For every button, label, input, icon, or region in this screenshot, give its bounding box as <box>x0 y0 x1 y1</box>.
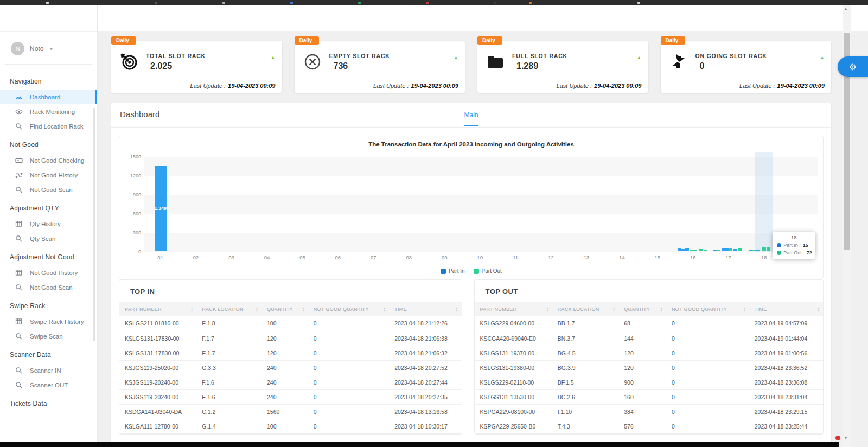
table-cell: 120 <box>261 346 308 360</box>
table-row[interactable]: KSLGS131-17830-00E.1.712002023-04-18 21:… <box>119 346 462 360</box>
tooltip-row: Part Out :72 <box>777 250 810 256</box>
table-cell: 2023-04-19 01:44:04 <box>749 331 823 346</box>
bar-part-out[interactable] <box>752 250 756 251</box>
sidebar-item-rack-monitoring[interactable]: Rack Monitoring <box>0 104 97 119</box>
legend-item[interactable]: Part In <box>441 268 464 274</box>
sidebar-item-scanner-in[interactable]: Scanner IN <box>0 363 97 378</box>
table-row[interactable]: KSPGA229-08100-00I.1.1038402023-04-18 23… <box>475 404 823 419</box>
sidebar-item-not-good-checking[interactable]: Not Good Checking <box>0 153 97 168</box>
table-row[interactable]: KSCGA420-69040-E0BN.3.714402023-04-19 01… <box>475 331 823 346</box>
table-row[interactable]: KSLGS229-02110-00BF.1.590002023-04-18 23… <box>475 375 823 389</box>
tab-main[interactable]: Main <box>464 111 478 126</box>
table-row[interactable]: KSLGA111-12780-00G.1.410002023-04-18 10:… <box>119 419 462 433</box>
column-label: RACK LOCATION <box>558 306 599 312</box>
table-row[interactable]: KSLGS131-13530-00BC.2.616002023-04-18 23… <box>475 389 823 404</box>
bar-part-in-day01[interactable]: 1.349 <box>155 166 167 251</box>
legend-label: Part In <box>449 268 464 274</box>
column-header-quantity[interactable]: QUANTITY▲▼ <box>261 302 308 316</box>
stat-card-title: EMPTY SLOT RACK <box>329 53 390 59</box>
column-header-quantity[interactable]: QUANTITY▲▼ <box>618 302 666 316</box>
table-cell: 0 <box>666 331 749 346</box>
bar-part-in[interactable] <box>685 248 689 251</box>
table-row[interactable]: KSJGS119-20240-00F.1.624002023-04-18 20:… <box>119 375 462 389</box>
table-row[interactable]: KSDGA141-03040-DAC.1.2156002023-04-18 13… <box>119 404 462 419</box>
sidebar-item-swipe-scan[interactable]: Swipe Scan <box>0 329 97 343</box>
bar-part-out[interactable] <box>704 250 707 251</box>
bar-part-out[interactable] <box>738 248 742 251</box>
user-name: Noto <box>30 45 43 53</box>
bar-part-in[interactable] <box>756 250 760 251</box>
table-row[interactable]: KSPGA229-25650-B0T.4.357602023-04-18 23:… <box>475 419 823 433</box>
bar-part-out[interactable] <box>762 247 766 251</box>
daily-badge: Daily <box>477 36 502 45</box>
sidebar-item-swipe-rack-history[interactable]: Swipe Rack History <box>0 314 97 329</box>
chart-plot-area[interactable]: 0102030405060708091011121314151617181.34… <box>144 157 818 252</box>
bar-part-out[interactable] <box>717 250 720 251</box>
bar-part-out[interactable] <box>767 247 770 251</box>
scroll-down-icon[interactable]: ▾ <box>845 436 847 440</box>
column-header-rack-location[interactable]: RACK LOCATION▲▼ <box>552 302 618 316</box>
column-header-part-number[interactable]: PART NUMBER▲▼ <box>475 302 552 316</box>
tooltip-value: 15 <box>803 242 808 248</box>
bar-part-in[interactable] <box>681 249 685 251</box>
bar-part-out[interactable] <box>693 250 697 251</box>
column-header-time[interactable]: TIME▲▼ <box>749 302 823 316</box>
circle-x-icon <box>303 53 322 71</box>
table-cell: 0 <box>666 404 749 419</box>
sidebar-item-not-good-scan[interactable]: Not Good Scan <box>0 280 97 295</box>
daily-badge: Daily <box>295 36 320 45</box>
table-cell: KSLGS131-19370-00 <box>475 346 552 360</box>
search-icon <box>15 186 23 194</box>
last-update-value: 19-04-2023 00:09 <box>594 82 641 89</box>
user-menu[interactable]: N Noto ▾ <box>0 32 97 63</box>
table-cell: 2023-04-18 20:27:52 <box>389 360 461 375</box>
table-cell: 160 <box>618 389 666 404</box>
legend-item[interactable]: Part Out <box>474 268 502 274</box>
sidebar-item-dashboard[interactable]: Dashboard <box>0 90 97 104</box>
sidebar-scrollbar[interactable] <box>93 108 95 341</box>
bar-part-in[interactable] <box>733 249 737 251</box>
column-label: NOT GOOD QUANTITY <box>672 306 727 312</box>
table-row[interactable]: KSLGS131-19380-00BG.3.912002023-04-18 23… <box>475 360 823 375</box>
table-row[interactable]: KSLGS229-04600-00BB.1.76802023-04-19 04:… <box>475 316 823 331</box>
sidebar-item-qty-scan[interactable]: Qty Scan <box>0 231 97 246</box>
table-cell: F.1.6 <box>196 375 261 389</box>
column-header-time[interactable]: TIME▲▼ <box>389 302 461 316</box>
top-in-table: PART NUMBER▲▼RACK LOCATION▲▼QUANTITY▲▼NO… <box>119 302 462 434</box>
stat-card-value: 0 <box>700 61 767 71</box>
table-row[interactable]: KSLGS131-17830-00F.1.712002023-04-18 21:… <box>119 331 462 346</box>
nav-section-label: Scanner Data <box>0 343 97 363</box>
table-cell: G.1.4 <box>196 419 261 433</box>
x-axis-tick: 03 <box>228 254 234 260</box>
top-out-table: PART NUMBER▲▼RACK LOCATION▲▼QUANTITY▲▼NO… <box>475 302 823 434</box>
top-out-card: TOP OUT PART NUMBER▲▼RACK LOCATION▲▼QUAN… <box>474 279 824 435</box>
settings-button[interactable]: ⚙ <box>838 56 868 77</box>
sidebar-item-qty-history[interactable]: Qty History <box>0 216 97 231</box>
bar-part-out[interactable] <box>699 249 703 251</box>
table-row[interactable]: KSJGS119-20240-00E.1.624002023-04-18 20:… <box>119 389 462 404</box>
sidebar-item-not-good-history[interactable]: Not Good History <box>0 168 97 182</box>
sidebar-item-scanner-out[interactable]: Scanner OUT <box>0 378 97 392</box>
browser-tab-favicon <box>222 2 225 4</box>
table-cell: 0 <box>308 375 389 389</box>
table-row[interactable]: KSLGS131-19370-00BG.4.512002023-04-19 01… <box>475 346 823 360</box>
column-header-part-number[interactable]: PART NUMBER▲▼ <box>119 302 196 316</box>
table-cell: 2023-04-18 21:06:32 <box>389 346 461 360</box>
chart-legend: Part InPart Out <box>125 268 818 274</box>
table-cell: 2023-04-18 23:29:15 <box>749 404 823 419</box>
sidebar-item-find-location-rack[interactable]: Find Location Rack <box>0 119 97 133</box>
nav-section-label: Adjustment Not Good <box>0 246 97 265</box>
bar-part-out[interactable] <box>729 248 732 251</box>
column-header-not-good-quantity[interactable]: NOT GOOD QUANTITY▲▼ <box>308 302 389 316</box>
table-cell: C.1.2 <box>196 404 261 419</box>
table-row[interactable]: KSLGS211-01810-00E.1.810002023-04-18 21:… <box>119 316 462 331</box>
column-header-rack-location[interactable]: RACK LOCATION▲▼ <box>196 302 261 316</box>
sidebar-item-not-good-history[interactable]: Not Good History <box>0 265 97 280</box>
browser-tab-favicon <box>358 2 361 4</box>
legend-swatch <box>474 269 479 274</box>
table-row[interactable]: KSJGS119-25020-00G.3.324002023-04-18 20:… <box>119 360 462 375</box>
column-header-not-good-quantity[interactable]: NOT GOOD QUANTITY▲▼ <box>666 302 749 316</box>
table-cell: 2023-04-18 10:30:17 <box>389 419 461 433</box>
scroll-up-icon[interactable]: ▴ <box>845 6 847 11</box>
sidebar-item-not-good-scan[interactable]: Not Good Scan <box>0 182 97 197</box>
